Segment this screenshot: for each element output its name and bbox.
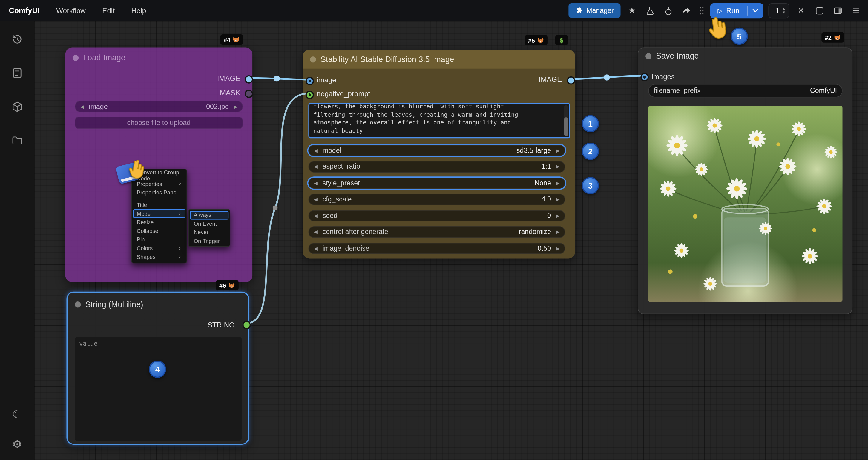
textarea-scrollbar[interactable]	[564, 105, 568, 136]
fox-icon	[537, 36, 544, 43]
port-sd-image-out[interactable]	[567, 76, 575, 85]
port-sd-image-in[interactable]	[305, 77, 314, 85]
save-image-preview	[648, 106, 843, 302]
play-icon: ▷	[717, 7, 722, 14]
collapse-dot-icon[interactable]	[72, 55, 79, 61]
port-sd-negative-prompt-in[interactable]	[305, 91, 314, 99]
collapse-dot-icon[interactable]	[646, 53, 651, 59]
node-save-image[interactable]: Save Image images filename_prefix ComfyU…	[638, 47, 852, 314]
ctx-mode-on-event[interactable]: On Event	[190, 220, 229, 228]
node-badge-4: #4	[220, 34, 243, 45]
batch-count-stepper[interactable]: 1 ▴ ▾	[768, 3, 789, 18]
ctx-properties-panel[interactable]: Properties Panel	[133, 188, 185, 197]
comfyui-app: Load Image IMAGE MASK image 002.jpg choo…	[0, 0, 868, 460]
widget-seed[interactable]: seed 0	[308, 210, 565, 221]
collapse-dot-icon[interactable]	[75, 301, 81, 307]
dollar-icon: $	[560, 36, 563, 44]
input-label-negative-prompt: negative_prompt	[317, 90, 370, 98]
string-value-textarea[interactable]: value	[75, 337, 242, 441]
input-label-images: images	[651, 72, 675, 81]
node-context-menu: Convert to Group Node Properties Propert…	[131, 169, 187, 263]
step-badge-4: 4	[149, 361, 166, 377]
folder-icon[interactable]	[9, 132, 26, 149]
input-label-image: image	[317, 76, 336, 84]
node-stability-sd35[interactable]: Stability AI Stable Diffusion 3.5 Image …	[303, 50, 575, 259]
app-logo[interactable]: ComfyUI	[9, 6, 40, 14]
widget-aspect-ratio[interactable]: aspect_ratio 1:1	[308, 161, 565, 172]
widget-style-preset[interactable]: style_preset None	[308, 177, 565, 189]
filename-prefix-widget[interactable]: filename_prefix ComfyUI	[648, 84, 843, 97]
fox-icon	[834, 34, 841, 41]
model-library-icon[interactable]	[9, 99, 26, 115]
step-down-icon[interactable]: ▾	[783, 10, 785, 14]
flask-icon[interactable]	[644, 4, 657, 17]
ctx-resize[interactable]: Resize	[133, 218, 185, 227]
menu-separator	[135, 198, 183, 199]
run-button-group: ▷ Run	[710, 3, 763, 18]
history-icon[interactable]	[9, 31, 26, 48]
node-badge-5: #5	[525, 35, 548, 45]
round-flask-icon[interactable]	[662, 4, 675, 17]
fox-icon	[228, 282, 236, 289]
close-icon[interactable]: ×	[794, 4, 807, 17]
node-title: Save Image	[656, 51, 699, 60]
hand-pointing-icon	[704, 15, 730, 41]
output-label-string: STRING	[208, 321, 235, 329]
port-load-image-out[interactable]	[244, 75, 253, 83]
manager-button[interactable]: Manager	[569, 3, 620, 18]
paid-api-badge: $	[555, 35, 568, 45]
ctx-collapse[interactable]: Collapse	[133, 227, 185, 235]
ctx-mode[interactable]: Mode	[133, 209, 185, 218]
hamburger-menu-icon[interactable]	[849, 4, 862, 17]
step-badge-1: 1	[582, 115, 599, 132]
ctx-title[interactable]: Title	[133, 201, 185, 209]
menu-help[interactable]: Help	[131, 6, 146, 14]
node-title: Load Image	[83, 53, 125, 62]
mode-submenu: Always On Event Never On Trigger	[188, 209, 230, 247]
menu-workflow[interactable]: Workflow	[56, 6, 86, 14]
chevron-down-icon	[752, 8, 758, 13]
fox-icon	[233, 36, 240, 43]
negative-prompt-textarea[interactable]: flowers, the background is blurred, with…	[308, 103, 570, 138]
upload-button[interactable]: choose file to upload	[75, 117, 243, 129]
ctx-mode-always[interactable]: Always	[190, 211, 229, 220]
ctx-mode-on-trigger[interactable]: On Trigger	[190, 237, 229, 245]
hand-pointing-icon	[125, 158, 148, 180]
run-button[interactable]: ▷ Run	[710, 3, 747, 18]
star-icon[interactable]: ★	[625, 4, 639, 17]
widget-image-denoise[interactable]: image_denoise 0.50	[308, 243, 565, 254]
ctx-shapes[interactable]: Shapes	[133, 253, 185, 261]
step-badge-5: 5	[731, 28, 748, 45]
menu-edit[interactable]: Edit	[102, 6, 115, 14]
port-load-mask-out[interactable]	[244, 89, 253, 98]
widget-cfg-scale[interactable]: cfg_scale 4.0	[308, 194, 565, 205]
port-string-out[interactable]	[242, 321, 251, 329]
maximize-icon[interactable]	[813, 4, 826, 17]
output-label-image: IMAGE	[538, 75, 562, 84]
drag-handle-icon[interactable]	[699, 5, 705, 16]
theme-moon-icon[interactable]: ☾	[9, 406, 26, 422]
image-file-widget[interactable]: image 002.jpg	[75, 101, 243, 112]
step-badge-3: 3	[582, 177, 599, 194]
prompt-text: flowers, the background is blurred, with…	[313, 103, 561, 135]
widget-control-after-generate[interactable]: control after generate randomize	[308, 226, 565, 238]
port-save-images-in[interactable]	[640, 73, 648, 81]
panel-toggle-icon[interactable]	[831, 4, 844, 17]
ctx-pin[interactable]: Pin	[133, 235, 185, 244]
run-options-button[interactable]	[748, 3, 763, 18]
sidebar: ☾ ⚙	[0, 21, 34, 460]
ctx-mode-never[interactable]: Never	[190, 228, 229, 237]
widget-model[interactable]: model sd3.5-large	[308, 145, 565, 156]
settings-gear-icon[interactable]: ⚙	[9, 435, 26, 452]
output-label-image: IMAGE	[217, 74, 241, 83]
share-icon[interactable]	[680, 4, 693, 17]
menubar: ComfyUI Workflow Edit Help Manager ★	[0, 0, 868, 21]
puzzle-icon	[575, 7, 583, 14]
node-badge-6: #6	[216, 280, 239, 291]
node-badge-2: #2	[822, 32, 844, 42]
ctx-colors[interactable]: Colors	[133, 244, 185, 253]
workflows-list-icon[interactable]	[9, 65, 26, 81]
node-title: String (Multiline)	[85, 300, 143, 309]
collapse-dot-icon[interactable]	[310, 56, 316, 62]
node-title: Stability AI Stable Diffusion 3.5 Image	[320, 55, 454, 64]
